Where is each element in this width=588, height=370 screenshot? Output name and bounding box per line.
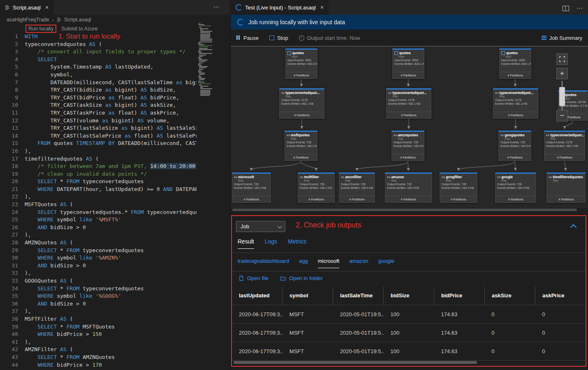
table-cell: 174.63 [434,330,484,336]
diagram-node-typeconvertedquot[interactable]: < >typeconvertedquot...StepOutput Events… [386,88,431,119]
code-text: /* clean up invalid data points */ [25,170,147,178]
job-summary-button[interactable]: Job Summary [542,35,582,41]
minimap-line [200,92,210,93]
breadcrumb[interactable]: asaHighFreqTrade › Script.asaql [0,15,230,25]
diagram-horizontal-scrollbar[interactable] [232,209,577,211]
tab-result[interactable]: Result [238,238,254,249]
line-number: 9 [0,94,25,102]
result-tabs: ResultLogsMetrics [238,238,306,249]
node-stat: Events Written: 160.9 KB [495,186,536,190]
annotation-check-outputs: 2. Check job outputs [296,221,361,230]
code-line: 10 TRY_CAST(askSize as bigint) AS askSiz… [0,101,197,109]
diagram-node-amazon[interactable]: < >amazonStepOutput Events: 726Events Wr… [385,172,432,203]
open-in-folder-button[interactable]: Open in folder [280,275,323,281]
minimap-line [199,41,212,42]
job-running-banner: Job running locally with live input data [231,15,588,30]
diagram-node-quotes[interactable]: quotesInputInput Events: 3054Events Writ… [392,48,424,79]
code-text: SELECT typeconvertedquotes.* FROM typeco… [25,209,197,216]
diagram-node-timefilteredquotes[interactable]: < >timefilteredquotesStep4 Partitions [546,172,586,203]
zoom-slider-handle[interactable] [559,87,565,106]
breadcrumb-file[interactable]: Script.asaql [64,17,91,23]
diagram-node-typeconvertedquot[interactable]: < >typeconvertedquot...StepOutput Events… [493,88,538,119]
subtab-microsoft[interactable]: microsoft [318,258,340,268]
code-line: 36 AND bidSize > 0 [0,300,197,308]
run-locally-button[interactable]: Run locally [28,26,53,32]
table-cell: 174.63 [434,311,484,317]
breadcrumb-folder[interactable]: asaHighFreqTrade [7,17,49,23]
diagram-node-typeconvertedquot[interactable]: < >typeconvertedquot...StepOutput Events… [544,131,585,161]
zoom-out-button[interactable]: − [556,110,568,122]
code-text: TRY_CAST(bidPrice as float) AS bidPrice, [25,94,179,102]
table-row[interactable]: 2020-06-17T09:3...MSFT2020-05-01T19:5...… [232,305,586,324]
line-number: 16 [0,147,25,155]
minimap-line [200,88,212,89]
codelens: Run locally Submit to Azure [0,25,230,33]
code-text: GOOGQuotes AS ( [25,277,73,285]
pause-button[interactable]: Pause [236,35,259,41]
code-editor[interactable]: 1WITH2typeconvertedquotes AS (3 /* conve… [0,33,197,370]
minimap-line [198,71,202,72]
diagram-node-typeconvertedquot[interactable]: < >typeconvertedquot...StepOutput Events… [279,88,324,119]
diagram-node-msftfilter[interactable]: < >msftfilterStepOutput Events: 726Event… [298,172,335,203]
node-partitions: 4 Partitions [286,72,317,78]
diagram-node-quotes[interactable]: quotesInputInput Events: 3054Events Writ… [499,48,531,79]
step-icon: < > [394,134,396,137]
diagram-node-amznquotes[interactable]: < >amznquotesStepOutput Events: 726Event… [391,131,424,161]
diagram-node-google[interactable]: < >googleStepOutput Events: 726Events Wr… [495,172,536,203]
collapse-panel-chevron-icon[interactable] [570,224,577,231]
code-line: 15 FROM quotes TIMESTAMP BY DATEADD(mill… [0,140,197,147]
minimap-line [199,79,204,80]
code-line: 42AMZNFilter AS ( [0,346,197,354]
asaql-file-icon [57,17,61,22]
node-stat: Events Written: 160.9 KB [440,186,477,190]
minimap-line [199,67,206,68]
diagram-node-quotes[interactable]: quotesInputInput Events: 3051Events Writ… [285,48,317,79]
code-line: 11 TRY_CAST(askPrice as float) AS askPri… [0,109,197,117]
tab-metrics[interactable]: Metrics [288,238,306,249]
output-scope-dropdown[interactable]: Job [236,221,285,232]
open-file-button[interactable]: Open file [238,275,269,281]
split-editor-icon[interactable] [563,6,569,11]
line-number: 36 [0,300,25,308]
zoom-in-button[interactable]: + [556,68,568,79]
code-line: 31 AND bidSize > 0 [0,262,197,270]
zoom-fit-button[interactable] [556,53,568,65]
minimap-line [200,87,203,88]
minimap-line [200,31,212,32]
results-horizontal-scrollbar[interactable] [234,361,477,364]
table-row[interactable]: 2020-06-17T09:3...MSFT2020-05-01T19:5...… [232,324,586,342]
node-partitions: 4 Partitions [285,154,317,161]
submit-to-azure-button[interactable]: Submit to Azure [61,26,97,32]
tab-script-asaql[interactable]: Script.asaql × [0,0,53,15]
code-text: SELECT * FROM typeconvertedquotes [25,247,144,255]
subtab-agg[interactable]: agg [299,258,308,268]
stop-button[interactable]: Stop [269,35,288,41]
subtab-google[interactable]: google [378,258,394,268]
subtab-tradesignaldashboard[interactable]: tradesignaldashboard [238,258,289,268]
diagram-node-amznfilter[interactable]: < >amznfilterStepOutput Events: 726Event… [339,172,375,203]
code-text: SELECT * FROM typeconvertedquotes [25,285,144,293]
diagram-node-msftquotes[interactable]: < >msftquotesStepOutput Events: 726Event… [285,131,317,161]
editor-tab-bar: Script.asaql × ⋯ [0,0,230,15]
node-stat: Events Written: 834.1 KB [500,62,531,66]
table-row[interactable]: 2020-06-17T09:3...MSFT2020-05-01T19:5...… [232,342,586,361]
diagram-node-microsoft[interactable]: < >microsoftStepOutput Events: 726Events… [232,172,271,203]
minimap[interactable] [198,23,228,97]
diagram-node-googfilter[interactable]: < >googfilterStepOutput Events: 726Event… [440,172,477,203]
node-stat: Events Written: 160.9 KB [392,144,424,148]
minimap-line [200,90,210,91]
tab-test-live-input[interactable]: Test (Live Input) - Script.asaql × [231,0,329,15]
table-cell: 100 [384,348,434,354]
more-actions-icon[interactable]: ⋯ [213,3,220,11]
step-icon: < > [546,134,549,137]
close-icon[interactable]: × [45,4,49,11]
code-line: 4 SELECT [0,56,197,64]
minimap-line [200,36,211,37]
close-icon[interactable]: × [320,4,324,11]
pause-icon [236,35,241,41]
more-actions-icon[interactable]: ⋯ [576,5,583,12]
diagram-node-googquotes[interactable]: < >googquotesStepOutput Events: 726Event… [498,131,531,161]
line-number: 1 [0,33,25,41]
tab-logs[interactable]: Logs [265,238,277,249]
subtab-amazon[interactable]: amazon [349,258,368,268]
